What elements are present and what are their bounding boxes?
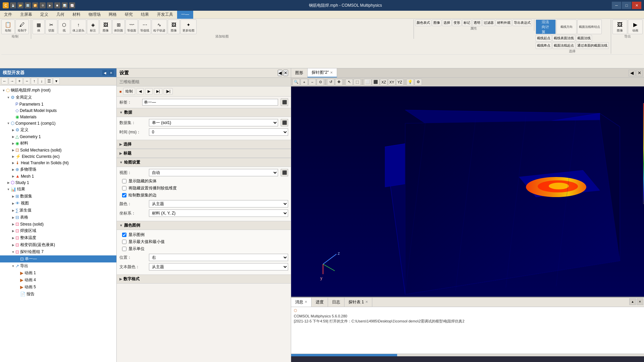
derived-expand[interactable]: ▶ (11, 208, 15, 213)
pan-button[interactable]: ✥ (335, 79, 342, 85)
def-expand[interactable]: ▶ (11, 128, 15, 132)
play-button[interactable]: ▶ (145, 88, 153, 95)
light-button[interactable]: 💡 (407, 79, 414, 85)
tb-icon-4[interactable]: 🔁 (32, 2, 38, 8)
zoom-reset-button[interactable]: 🔍 (292, 79, 300, 85)
surface-up-button[interactable]: ↑ 体上箭头 (71, 19, 86, 34)
menu-mesh[interactable]: 网格 (105, 11, 121, 19)
minimize-button[interactable]: ─ (612, 2, 621, 9)
tb-icon-5[interactable]: ⚙ (40, 2, 46, 8)
tree-list-button[interactable]: ☰ (46, 78, 52, 84)
numformat-section-header[interactable]: ▶ 数字格式 (117, 275, 291, 284)
menu-geometry[interactable]: 几何 (52, 11, 68, 19)
solid-expand[interactable]: ▶ (11, 148, 15, 153)
tree-back-button[interactable]: ← (1, 78, 8, 84)
menu-study[interactable]: 研究 (121, 11, 137, 19)
menu-devtools[interactable]: 开发工具 (153, 11, 177, 19)
yz-view-button[interactable]: YZ (396, 79, 404, 85)
settings-pin-button[interactable]: ◀ (278, 70, 282, 76)
image2-button[interactable]: 🖼 图像 (168, 19, 180, 34)
tree-definitions[interactable]: ▶ ⚙ 定义 (0, 126, 116, 133)
color-select[interactable]: 从主题 (149, 200, 288, 207)
data-section-header[interactable]: ▼ 数据 (117, 108, 291, 117)
probe-table-close[interactable]: ✕ (365, 300, 368, 304)
menu-physics[interactable]: 物理场 (85, 11, 105, 19)
tree-results[interactable]: ▼ 📊 结果 (0, 186, 116, 193)
rotate-button[interactable]: ↺ (327, 79, 334, 85)
selection-section-header[interactable]: ▶ 选择 (117, 140, 291, 149)
end-button[interactable]: |▶| (164, 88, 173, 95)
show-legend-checkbox[interactable] (122, 233, 126, 237)
stress-expand[interactable]: ▶ (11, 222, 15, 227)
plot-settings-header[interactable]: ▼ 绘图设置 (117, 158, 291, 167)
contour-button[interactable]: ⋯ 等值线 (139, 19, 151, 34)
tree-heat-transfer[interactable]: ▶ 🌡 Heat Transfer in Solids (ht) (0, 160, 116, 166)
text-color-select[interactable]: 从主题 (149, 263, 288, 270)
transparent-button[interactable]: 透明 (472, 19, 482, 26)
more-plots-button[interactable]: ✦ 更多绘图 (180, 19, 197, 34)
tree-datasets[interactable]: ▶ ⊞ 数据集 (0, 193, 116, 200)
prev-button[interactable]: ◀ (137, 88, 144, 95)
material-ext-button[interactable]: 材料外观 (496, 19, 512, 26)
tree-tables[interactable]: ▶ ⊟ 表格 (0, 214, 116, 221)
cut-endpt-button[interactable]: 截面法线终结点 (577, 19, 602, 34)
bottom-pin-button[interactable]: ▲ (629, 298, 636, 305)
graphics-tab[interactable]: 图形 (291, 68, 308, 77)
coord-select[interactable]: 材料 (X, Y, Z) (149, 209, 288, 217)
tree-down-button[interactable]: ↓ (38, 78, 45, 84)
tree-more-button[interactable]: ▾ (53, 78, 60, 84)
tb-icon-9[interactable]: 📈 (69, 2, 75, 8)
chart-button[interactable]: 图像 (432, 19, 441, 26)
tree-solid-mechanics[interactable]: ▶ ⊡ Solid Mechanics (solid) (0, 147, 116, 153)
color-style-button[interactable]: 颜色表式 (415, 19, 431, 26)
image-export-button[interactable]: 🖼 图像 (612, 19, 627, 34)
cut-surface-button[interactable]: 截线表面法线 (552, 35, 575, 42)
viz-pin-button[interactable]: ◀ (629, 70, 635, 76)
tree-probe-group[interactable]: ▼ ⊡ 探针绘图组 7 (0, 248, 116, 255)
menu-file[interactable]: 文件 (0, 11, 16, 19)
export-expr-button[interactable]: 导出表达式 (513, 19, 532, 26)
tree-weld-zone[interactable]: ▶ ⊡ 焊接区域 (0, 227, 116, 234)
tb-icon-3[interactable]: 🔙 (25, 2, 31, 8)
tree-anim4[interactable]: ▶ 动画 4 (0, 277, 116, 284)
slice-button[interactable]: ✂ 切面 (45, 19, 57, 34)
time-select[interactable]: 0 (149, 128, 288, 136)
tree-export[interactable]: ▼ ↗ 导出 (0, 262, 116, 269)
menu-definitions[interactable]: 定义 (36, 11, 52, 19)
ht-expand[interactable]: ▶ (11, 161, 15, 165)
select-mode-button[interactable]: ↖ (345, 79, 353, 85)
thru-surface-button[interactable]: 通过表面的截面法线 (576, 42, 609, 49)
mesh-expand[interactable]: ▶ (11, 174, 15, 179)
cut-plane-button[interactable]: 截面法线 (576, 35, 592, 42)
bottom-tab-messages[interactable]: 消息 ✕ (291, 298, 312, 307)
dataset-icon-button[interactable]: ⬛ (281, 119, 288, 126)
isosurface-button[interactable]: 〰 等值面 (125, 19, 138, 34)
filter-button[interactable]: 过滤器 (482, 19, 495, 26)
settings-close-button[interactable]: ✕ (283, 70, 288, 76)
ec-expand[interactable]: ▶ (11, 154, 15, 159)
tree-overall-temp[interactable]: ▶ ⊡ 整体温度 (0, 234, 116, 241)
view-expand[interactable]: ▶ (11, 201, 15, 206)
temp-expand[interactable]: ▶ (11, 236, 15, 240)
maximize-button[interactable]: □ (622, 2, 631, 9)
show-unit-checkbox[interactable] (122, 247, 126, 251)
draw-button[interactable]: 📋 绘制 (1, 19, 15, 34)
tb-icon-1[interactable]: 💾 (10, 2, 16, 8)
tree-materials-global[interactable]: ◉ Materials (0, 114, 116, 120)
menu-home[interactable]: 主屏幕 (16, 11, 36, 19)
menu-more[interactable]: 一— (177, 11, 193, 19)
tree-stress[interactable]: ▶ ⊡ Stress (solid) (0, 221, 116, 227)
tree-report[interactable]: 📄 报告 (0, 291, 116, 298)
tree-add-button[interactable]: + (16, 78, 23, 84)
tb-icon-7[interactable]: ⏹ (54, 2, 60, 8)
xz-view-button[interactable]: XZ (380, 79, 387, 85)
probe-chart-close[interactable]: ✕ (330, 71, 333, 74)
legend-section-header[interactable]: ▼ 颜色图例 (117, 221, 291, 230)
tree-study1[interactable]: ▶ ⬡ Study 1 (0, 179, 116, 186)
viz-close-button[interactable]: ✕ (636, 70, 643, 76)
tree-multiphysics[interactable]: ▶ ⊕ 多物理场 (0, 166, 116, 173)
tree-root[interactable]: ▼ ⬡ 钢筋电阻焊.mph (root) (0, 87, 116, 94)
tree-single-plot[interactable]: ⊡ 单一— (0, 255, 116, 262)
draw-on-button[interactable]: 🖊 绘制于 (15, 19, 29, 34)
zoom-out-button[interactable]: − (309, 79, 316, 85)
